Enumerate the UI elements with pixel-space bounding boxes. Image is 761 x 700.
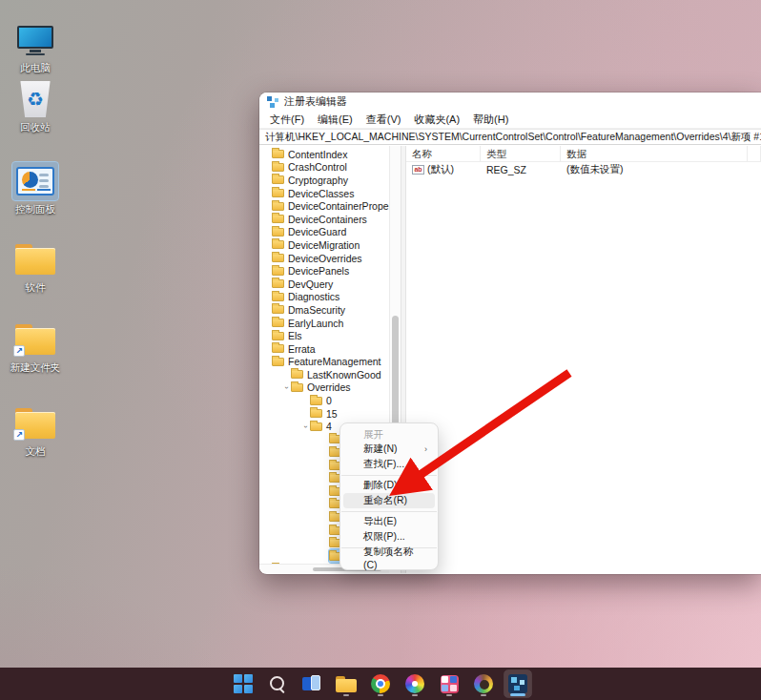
taskbar-search-button[interactable] <box>264 670 291 697</box>
tree-item[interactable]: 0 <box>259 394 401 407</box>
folder-icon <box>272 215 284 223</box>
tree-item[interactable]: DeviceClasses <box>259 187 401 200</box>
tree-item-label: DeviceClasses <box>288 188 354 199</box>
taskbar-registry-editor-button[interactable] <box>504 670 531 697</box>
tree-item-label: DevQuery <box>288 278 333 290</box>
tree-item[interactable]: DeviceMigration <box>259 238 401 252</box>
context-menu-item-label: 重命名(R) <box>363 494 407 507</box>
tree-item[interactable]: DeviceContainers <box>259 213 401 226</box>
chevron-down-icon[interactable]: › <box>282 383 291 392</box>
tree-item-body: LastKnownGood <box>291 369 384 381</box>
value-name-cell: ab(默认) <box>406 163 481 176</box>
browser-wheel-icon <box>405 674 424 693</box>
context-menu-item[interactable]: 复制项名称(C) <box>343 551 435 566</box>
folder-icon <box>272 163 284 172</box>
context-menu-item[interactable]: 导出(E) <box>343 515 435 530</box>
menu-item-1[interactable]: 编辑(E) <box>311 111 360 129</box>
tree-item-label: EarlyLaunch <box>288 318 343 329</box>
taskbar-pink-app-button[interactable] <box>436 670 463 697</box>
tree-item-body: Els <box>272 330 305 341</box>
tree-item[interactable]: LastKnownGood <box>259 368 401 381</box>
menu-item-2[interactable]: 查看(V) <box>360 111 408 129</box>
folder-icon <box>310 409 322 418</box>
tree-item-label: 4 <box>326 421 332 432</box>
folder-icon <box>272 319 284 327</box>
tree-item-label: DeviceContainerPropertyUpda <box>288 200 401 212</box>
desktop-icon-folder[interactable]: 软件 <box>2 240 69 295</box>
tree-item[interactable]: EarlyLaunch <box>259 317 401 330</box>
tree-item-label: Diagnostics <box>288 291 339 302</box>
context-menu-item[interactable]: 查找(F)... <box>343 457 435 472</box>
desktop-icon-computer[interactable]: 此电脑 <box>2 21 69 75</box>
value-row[interactable]: ab(默认)REG_SZ(数值未设置) <box>406 162 761 176</box>
desktop-icon-label: 新建文件夹 <box>10 361 61 375</box>
tree-item-body: EarlyLaunch <box>272 318 346 329</box>
taskbar-paint-button[interactable] <box>470 670 497 697</box>
folder-icon <box>272 240 284 249</box>
value-type: REG_SZ <box>481 164 561 175</box>
tree-item[interactable]: DeviceOverrides <box>259 252 401 265</box>
tree-item-body: Overrides <box>291 381 354 393</box>
address-text: 计算机\HKEY_LOCAL_MACHINE\SYSTEM\CurrentCon… <box>265 131 761 144</box>
tree-item[interactable]: Diagnostics <box>259 291 401 304</box>
context-menu-item[interactable]: 新建(N)› <box>343 443 435 458</box>
context-menu-item[interactable]: 权限(P)... <box>343 529 435 545</box>
tree-item-label: Overrides <box>307 381 351 393</box>
tree-item[interactable]: DmaSecurity <box>259 303 401 317</box>
menu-item-4[interactable]: 帮助(H) <box>466 111 515 129</box>
tree-item[interactable]: DevQuery <box>259 278 401 291</box>
folder-icon <box>272 228 284 237</box>
context-menu-item-label: 导出(E) <box>363 515 397 528</box>
column-header-name[interactable]: 名称 <box>406 146 481 161</box>
folder-icon <box>272 305 284 314</box>
taskbar-task-view-button[interactable] <box>298 670 325 697</box>
running-indicator <box>481 694 486 696</box>
taskbar-browser-wheel-button[interactable] <box>401 670 428 697</box>
tree-item[interactable]: ›Overrides <box>259 381 401 395</box>
scrollbar-thumb[interactable] <box>392 316 399 428</box>
folder-icon: ↗ <box>12 320 58 359</box>
menu-item-3[interactable]: 收藏夹(A) <box>407 111 466 129</box>
context-menu-item[interactable]: 重命名(R) <box>343 493 435 508</box>
column-header-type[interactable]: 类型 <box>481 146 561 161</box>
desktop-icon-label: 文档 <box>26 445 46 459</box>
tree-item[interactable]: DeviceContainerPropertyUpda <box>259 199 401 213</box>
address-bar[interactable]: 计算机\HKEY_LOCAL_MACHINE\SYSTEM\CurrentCon… <box>259 129 761 145</box>
tree-item-body: 15 <box>310 408 340 420</box>
tree-item[interactable]: Errata <box>259 342 401 356</box>
menu-separator <box>341 511 437 512</box>
tree-item-label: Cryptography <box>288 175 348 186</box>
desktop-icon-folder[interactable]: ↗新建文件夹 <box>2 320 69 375</box>
taskbar-file-explorer-button[interactable] <box>333 670 360 697</box>
tree-item[interactable]: FeatureManagement <box>259 356 401 369</box>
desktop-icon-recycle-bin[interactable]: ♻回收站 <box>2 80 69 134</box>
tree-item[interactable]: DeviceGuard <box>259 226 401 239</box>
tree-item[interactable]: Cryptography <box>259 174 401 187</box>
column-header-data[interactable]: 数据 <box>561 146 748 161</box>
context-menu-item[interactable]: 删除(D) <box>343 479 435 494</box>
tree-item[interactable]: CrashControl <box>259 161 401 175</box>
desktop-icon-control-panel[interactable]: 控制面板 <box>2 162 69 216</box>
chevron-down-icon[interactable]: › <box>301 422 310 431</box>
control-panel-icon <box>12 162 58 200</box>
desktop-icon-folder[interactable]: ↗文档 <box>2 404 69 459</box>
folder-icon <box>272 293 284 301</box>
window-titlebar[interactable]: 注册表编辑器 <box>259 93 761 111</box>
tree-item[interactable]: ContentIndex <box>259 148 401 161</box>
pink-app-icon <box>441 675 459 693</box>
desktop-icon-label: 控制面板 <box>15 203 55 216</box>
menu-bar: 文件(F)编辑(E)查看(V)收藏夹(A)帮助(H) <box>259 111 761 129</box>
tree-item[interactable]: Els <box>259 329 401 342</box>
tree-item-body: DeviceMigration <box>272 239 362 251</box>
tree-item-label: DeviceMigration <box>288 239 360 251</box>
folder-icon <box>272 279 284 288</box>
paint-icon <box>474 674 493 693</box>
taskbar <box>0 668 761 700</box>
taskbar-chrome-button[interactable] <box>367 670 394 697</box>
tree-item[interactable]: DevicePanels <box>259 264 401 278</box>
tree-item[interactable]: 15 <box>259 407 401 421</box>
menu-item-0[interactable]: 文件(F) <box>263 111 311 129</box>
folder-icon <box>272 267 284 276</box>
desktop: 此电脑♻回收站控制面板软件↗新建文件夹↗文档 注册表编辑器 文件(F)编辑(E)… <box>0 0 761 700</box>
taskbar-start-button[interactable] <box>230 670 257 697</box>
